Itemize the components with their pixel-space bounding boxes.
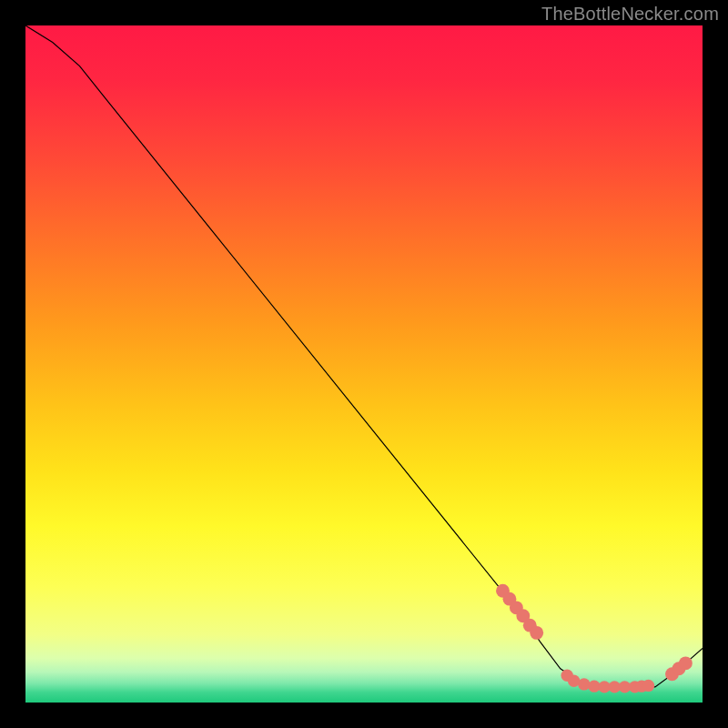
chart-container: { "attribution": "TheBottleNecker.com", … xyxy=(0,0,728,728)
attribution-text: TheBottleNecker.com xyxy=(541,4,719,25)
data-marker xyxy=(578,678,590,690)
chart-svg xyxy=(25,25,703,703)
gradient-background xyxy=(25,25,703,703)
plot-area xyxy=(25,25,703,703)
data-marker xyxy=(530,626,543,640)
data-marker xyxy=(679,656,693,670)
data-marker xyxy=(642,680,654,692)
